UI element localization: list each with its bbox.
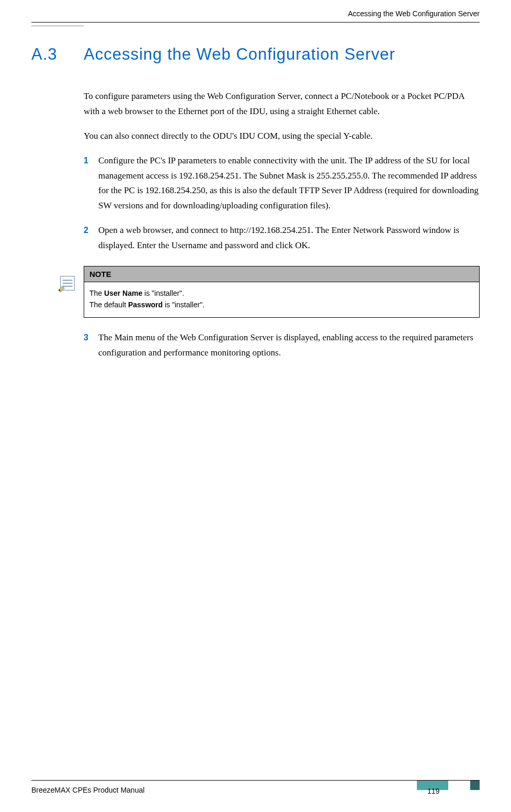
step-text: Open a web browser, and connect to http:… bbox=[98, 223, 480, 253]
note-text: The bbox=[89, 289, 104, 297]
section-heading: A.3 Accessing the Web Configuration Serv… bbox=[31, 45, 480, 64]
running-head: Accessing the Web Configuration Server bbox=[31, 0, 480, 22]
footer-manual-title: BreezeMAX CPEs Product Manual bbox=[31, 786, 144, 794]
note-box: NOTE The User Name is "installer". The d… bbox=[84, 266, 480, 318]
step-1: 1 Configure the PC's IP parameters to en… bbox=[84, 153, 480, 214]
intro-paragraph-2: You can also connect directly to the ODU… bbox=[84, 129, 480, 144]
header-rule-thin bbox=[31, 26, 84, 26]
page-footer: BreezeMAX CPEs Product Manual 119 bbox=[31, 780, 480, 796]
note-body: The User Name is "installer". The defaul… bbox=[84, 282, 479, 317]
section-number: A.3 bbox=[31, 45, 84, 64]
footer-bar: BreezeMAX CPEs Product Manual 119 bbox=[31, 781, 480, 796]
note-pencil-icon bbox=[58, 273, 77, 293]
note-header: NOTE bbox=[84, 266, 479, 282]
header-rule bbox=[31, 22, 480, 23]
note-text: The default bbox=[89, 301, 128, 309]
note-line-2: The default Password is "installer". bbox=[89, 299, 474, 310]
step-3: 3 The Main menu of the Web Configuration… bbox=[84, 330, 480, 361]
step-text: Configure the PC's IP parameters to enab… bbox=[98, 153, 480, 214]
footer-tab-dark bbox=[470, 781, 480, 790]
svg-marker-4 bbox=[59, 286, 64, 292]
intro-paragraph-1: To configure parameters using the Web Co… bbox=[84, 89, 480, 119]
page-number: 119 bbox=[427, 787, 439, 795]
note-bold: Password bbox=[128, 301, 163, 309]
section-title: Accessing the Web Configuration Server bbox=[84, 45, 480, 64]
step-2: 2 Open a web browser, and connect to htt… bbox=[84, 223, 480, 253]
note-bold: User Name bbox=[104, 289, 142, 297]
footer-tab-container: 119 bbox=[417, 784, 480, 796]
note-container: NOTE The User Name is "installer". The d… bbox=[58, 266, 480, 318]
note-text: is "installer". bbox=[163, 301, 205, 309]
note-line-1: The User Name is "installer". bbox=[89, 287, 474, 299]
step-number: 1 bbox=[84, 153, 98, 214]
step-number: 2 bbox=[84, 223, 98, 253]
note-text: is "installer". bbox=[142, 289, 184, 297]
content-block: To configure parameters using the Web Co… bbox=[84, 89, 480, 361]
step-text: The Main menu of the Web Configuration S… bbox=[98, 330, 480, 361]
step-number: 3 bbox=[84, 330, 98, 361]
